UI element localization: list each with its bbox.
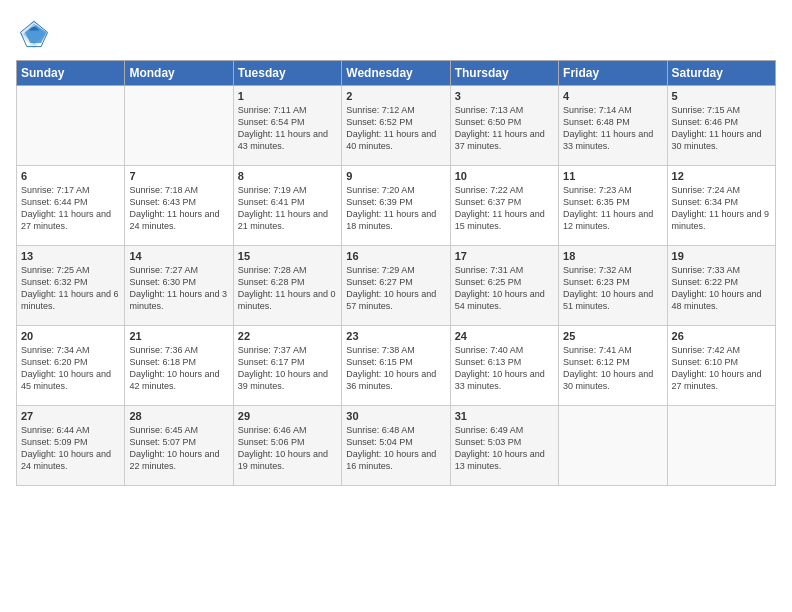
day-number: 12 — [672, 170, 771, 182]
cell-sunset: Sunset: 6:30 PM — [129, 276, 228, 288]
day-number: 26 — [672, 330, 771, 342]
cell-daylight: Daylight: 10 hours and 45 minutes. — [21, 368, 120, 392]
page-header — [16, 16, 776, 52]
cell-sunset: Sunset: 6:13 PM — [455, 356, 554, 368]
calendar-cell — [559, 406, 667, 486]
day-number: 31 — [455, 410, 554, 422]
calendar-cell: 6 Sunrise: 7:17 AM Sunset: 6:44 PM Dayli… — [17, 166, 125, 246]
cell-daylight: Daylight: 10 hours and 39 minutes. — [238, 368, 337, 392]
header-day: Monday — [125, 61, 233, 86]
calendar-week-row: 27 Sunrise: 6:44 AM Sunset: 5:09 PM Dayl… — [17, 406, 776, 486]
day-number: 16 — [346, 250, 445, 262]
day-number: 3 — [455, 90, 554, 102]
day-number: 4 — [563, 90, 662, 102]
cell-sunset: Sunset: 6:48 PM — [563, 116, 662, 128]
calendar-cell: 16 Sunrise: 7:29 AM Sunset: 6:27 PM Dayl… — [342, 246, 450, 326]
cell-daylight: Daylight: 10 hours and 24 minutes. — [21, 448, 120, 472]
calendar-table: SundayMondayTuesdayWednesdayThursdayFrid… — [16, 60, 776, 486]
calendar-week-row: 20 Sunrise: 7:34 AM Sunset: 6:20 PM Dayl… — [17, 326, 776, 406]
cell-sunset: Sunset: 6:28 PM — [238, 276, 337, 288]
calendar-cell — [667, 406, 775, 486]
header-day: Thursday — [450, 61, 558, 86]
cell-daylight: Daylight: 11 hours and 6 minutes. — [21, 288, 120, 312]
cell-sunrise: Sunrise: 7:22 AM — [455, 184, 554, 196]
calendar-cell: 20 Sunrise: 7:34 AM Sunset: 6:20 PM Dayl… — [17, 326, 125, 406]
calendar-cell: 29 Sunrise: 6:46 AM Sunset: 5:06 PM Dayl… — [233, 406, 341, 486]
cell-sunset: Sunset: 6:46 PM — [672, 116, 771, 128]
cell-sunrise: Sunrise: 7:34 AM — [21, 344, 120, 356]
cell-sunrise: Sunrise: 7:19 AM — [238, 184, 337, 196]
cell-sunset: Sunset: 5:06 PM — [238, 436, 337, 448]
day-number: 13 — [21, 250, 120, 262]
day-number: 23 — [346, 330, 445, 342]
cell-sunset: Sunset: 6:23 PM — [563, 276, 662, 288]
cell-sunrise: Sunrise: 7:42 AM — [672, 344, 771, 356]
calendar-cell: 10 Sunrise: 7:22 AM Sunset: 6:37 PM Dayl… — [450, 166, 558, 246]
cell-sunrise: Sunrise: 7:36 AM — [129, 344, 228, 356]
cell-sunrise: Sunrise: 7:37 AM — [238, 344, 337, 356]
cell-sunrise: Sunrise: 7:15 AM — [672, 104, 771, 116]
header-row: SundayMondayTuesdayWednesdayThursdayFrid… — [17, 61, 776, 86]
cell-sunset: Sunset: 6:10 PM — [672, 356, 771, 368]
calendar-body: 1 Sunrise: 7:11 AM Sunset: 6:54 PM Dayli… — [17, 86, 776, 486]
calendar-week-row: 6 Sunrise: 7:17 AM Sunset: 6:44 PM Dayli… — [17, 166, 776, 246]
calendar-cell: 4 Sunrise: 7:14 AM Sunset: 6:48 PM Dayli… — [559, 86, 667, 166]
cell-sunset: Sunset: 6:34 PM — [672, 196, 771, 208]
day-number: 15 — [238, 250, 337, 262]
cell-sunset: Sunset: 6:17 PM — [238, 356, 337, 368]
cell-daylight: Daylight: 10 hours and 13 minutes. — [455, 448, 554, 472]
day-number: 21 — [129, 330, 228, 342]
cell-sunset: Sunset: 6:12 PM — [563, 356, 662, 368]
day-number: 19 — [672, 250, 771, 262]
calendar-cell: 8 Sunrise: 7:19 AM Sunset: 6:41 PM Dayli… — [233, 166, 341, 246]
cell-sunset: Sunset: 6:50 PM — [455, 116, 554, 128]
day-number: 8 — [238, 170, 337, 182]
cell-daylight: Daylight: 10 hours and 48 minutes. — [672, 288, 771, 312]
calendar-cell — [17, 86, 125, 166]
calendar-cell: 30 Sunrise: 6:48 AM Sunset: 5:04 PM Dayl… — [342, 406, 450, 486]
day-number: 25 — [563, 330, 662, 342]
header-day: Saturday — [667, 61, 775, 86]
cell-daylight: Daylight: 10 hours and 22 minutes. — [129, 448, 228, 472]
calendar-cell: 13 Sunrise: 7:25 AM Sunset: 6:32 PM Dayl… — [17, 246, 125, 326]
calendar-cell: 12 Sunrise: 7:24 AM Sunset: 6:34 PM Dayl… — [667, 166, 775, 246]
calendar-cell: 28 Sunrise: 6:45 AM Sunset: 5:07 PM Dayl… — [125, 406, 233, 486]
cell-daylight: Daylight: 11 hours and 0 minutes. — [238, 288, 337, 312]
cell-sunset: Sunset: 5:07 PM — [129, 436, 228, 448]
calendar-cell: 31 Sunrise: 6:49 AM Sunset: 5:03 PM Dayl… — [450, 406, 558, 486]
day-number: 6 — [21, 170, 120, 182]
calendar-header: SundayMondayTuesdayWednesdayThursdayFrid… — [17, 61, 776, 86]
cell-sunrise: Sunrise: 7:32 AM — [563, 264, 662, 276]
cell-sunrise: Sunrise: 7:17 AM — [21, 184, 120, 196]
day-number: 10 — [455, 170, 554, 182]
cell-sunrise: Sunrise: 7:29 AM — [346, 264, 445, 276]
cell-sunset: Sunset: 6:43 PM — [129, 196, 228, 208]
calendar-cell: 19 Sunrise: 7:33 AM Sunset: 6:22 PM Dayl… — [667, 246, 775, 326]
cell-daylight: Daylight: 11 hours and 9 minutes. — [672, 208, 771, 232]
cell-sunset: Sunset: 6:20 PM — [21, 356, 120, 368]
header-day: Sunday — [17, 61, 125, 86]
calendar-cell: 7 Sunrise: 7:18 AM Sunset: 6:43 PM Dayli… — [125, 166, 233, 246]
cell-sunrise: Sunrise: 7:25 AM — [21, 264, 120, 276]
cell-sunset: Sunset: 6:44 PM — [21, 196, 120, 208]
cell-sunset: Sunset: 6:27 PM — [346, 276, 445, 288]
cell-sunrise: Sunrise: 7:40 AM — [455, 344, 554, 356]
cell-sunset: Sunset: 6:35 PM — [563, 196, 662, 208]
cell-daylight: Daylight: 11 hours and 15 minutes. — [455, 208, 554, 232]
day-number: 30 — [346, 410, 445, 422]
day-number: 20 — [21, 330, 120, 342]
cell-sunrise: Sunrise: 6:46 AM — [238, 424, 337, 436]
cell-daylight: Daylight: 11 hours and 30 minutes. — [672, 128, 771, 152]
day-number: 9 — [346, 170, 445, 182]
day-number: 2 — [346, 90, 445, 102]
cell-daylight: Daylight: 11 hours and 21 minutes. — [238, 208, 337, 232]
cell-sunset: Sunset: 6:39 PM — [346, 196, 445, 208]
cell-daylight: Daylight: 11 hours and 33 minutes. — [563, 128, 662, 152]
cell-sunrise: Sunrise: 7:38 AM — [346, 344, 445, 356]
calendar-cell: 2 Sunrise: 7:12 AM Sunset: 6:52 PM Dayli… — [342, 86, 450, 166]
cell-sunset: Sunset: 6:41 PM — [238, 196, 337, 208]
day-number: 7 — [129, 170, 228, 182]
cell-sunrise: Sunrise: 7:27 AM — [129, 264, 228, 276]
cell-daylight: Daylight: 11 hours and 24 minutes. — [129, 208, 228, 232]
day-number: 5 — [672, 90, 771, 102]
